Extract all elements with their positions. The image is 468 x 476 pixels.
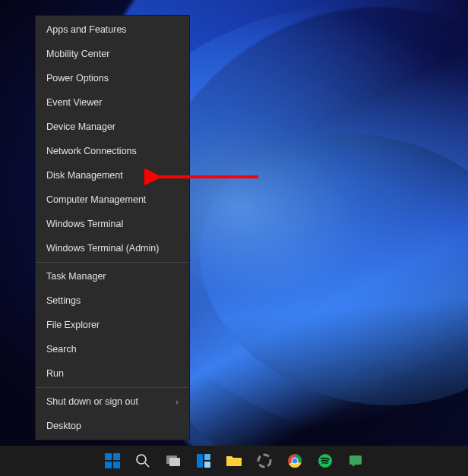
spotify-icon [318,453,333,468]
chat-icon [348,453,363,468]
menu-label: Settings [46,295,81,307]
svg-rect-3 [113,453,120,460]
chrome-icon [287,453,302,468]
menu-task-manager[interactable]: Task Manager [36,264,189,288]
svg-point-14 [258,455,270,467]
menu-label: Mobility Center [46,48,109,60]
menu-label: Desktop [46,420,81,432]
menu-event-viewer[interactable]: Event Viewer [36,90,189,115]
menu-divider [36,387,189,388]
chevron-right-icon: › [176,396,179,408]
svg-rect-12 [204,462,210,468]
chat-button[interactable] [345,450,366,471]
circle-app-icon [257,453,272,468]
svg-line-7 [145,463,149,467]
menu-divider [36,262,189,263]
menu-settings[interactable]: Settings [36,288,189,313]
winx-context-menu: Apps and Features Mobility Center Power … [35,15,190,440]
file-explorer-button[interactable] [223,450,245,471]
menu-label: Power Options [46,72,109,84]
search-button[interactable] [132,450,153,471]
menu-label: Disk Management [46,169,123,181]
search-icon [135,453,150,468]
svg-rect-5 [113,462,120,468]
spotify-button[interactable] [315,450,336,471]
menu-disk-management[interactable]: Disk Management [36,163,189,188]
task-view-icon [166,454,181,468]
app-button-1[interactable] [254,450,275,471]
folder-icon [226,454,242,468]
svg-rect-9 [169,458,180,466]
svg-rect-13 [226,459,242,466]
svg-rect-19 [349,456,362,465]
menu-label: Computer Management [46,194,146,206]
widgets-icon [196,453,211,468]
svg-point-17 [292,459,298,464]
menu-search[interactable]: Search [36,337,189,361]
menu-run[interactable]: Run [36,361,189,386]
menu-power-options[interactable]: Power Options [36,66,189,90]
menu-mobility-center[interactable]: Mobility Center [36,42,189,66]
menu-label: Device Manager [46,121,115,133]
svg-rect-4 [105,462,112,468]
chrome-button[interactable] [284,450,305,471]
menu-label: Task Manager [46,270,106,282]
menu-label: Search [46,343,77,355]
task-view-button[interactable] [163,450,184,471]
taskbar [0,446,468,476]
menu-apps-and-features[interactable]: Apps and Features [36,17,189,42]
menu-label: Run [46,367,64,380]
widgets-button[interactable] [193,450,214,471]
menu-device-manager[interactable]: Device Manager [36,115,189,139]
menu-label: Shut down or sign out [46,396,138,408]
menu-label: File Explorer [46,319,100,331]
svg-rect-11 [204,454,210,460]
start-button[interactable] [102,450,123,471]
svg-rect-10 [197,454,203,468]
windows-logo-icon [105,453,120,468]
menu-label: Apps and Features [46,24,127,36]
menu-label: Network Connections [46,145,137,157]
menu-windows-terminal[interactable]: Windows Terminal [36,212,189,236]
menu-shutdown-submenu[interactable]: Shut down or sign out › [36,389,189,414]
menu-computer-management[interactable]: Computer Management [36,188,189,212]
menu-label: Windows Terminal [46,218,123,230]
menu-label: Event Viewer [46,96,102,109]
menu-label: Windows Terminal (Admin) [46,242,159,254]
menu-desktop[interactable]: Desktop [36,414,189,438]
svg-point-6 [137,455,146,464]
menu-network-connections[interactable]: Network Connections [36,139,189,163]
menu-file-explorer[interactable]: File Explorer [36,313,189,337]
svg-rect-2 [105,453,112,460]
menu-windows-terminal-admin[interactable]: Windows Terminal (Admin) [36,236,189,260]
